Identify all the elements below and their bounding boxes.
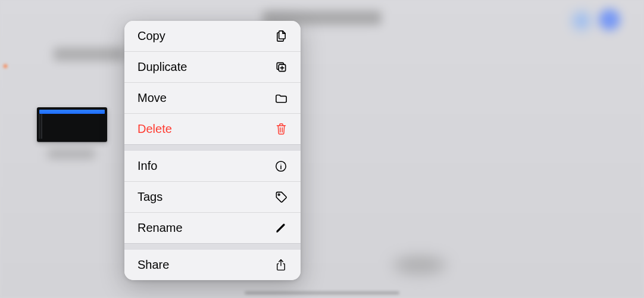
menu-item-label: Duplicate bbox=[137, 60, 187, 74]
file-thumbnail-sidebar-accent bbox=[41, 114, 42, 139]
menu-separator bbox=[124, 243, 301, 250]
copy-icon bbox=[273, 29, 289, 44]
menu-item-move[interactable]: Move bbox=[124, 82, 301, 113]
file-thumbnail-header bbox=[39, 110, 105, 114]
context-menu: Copy Duplicate Move Delete bbox=[124, 21, 301, 280]
menu-item-delete[interactable]: Delete bbox=[124, 113, 301, 144]
pencil-icon bbox=[273, 221, 289, 236]
duplicate-icon bbox=[273, 60, 289, 75]
tag-icon bbox=[273, 190, 289, 205]
menu-item-rename[interactable]: Rename bbox=[124, 212, 301, 243]
menu-item-label: Delete bbox=[137, 122, 172, 136]
share-icon bbox=[273, 257, 289, 273]
bg-toolbar-profile-blur bbox=[599, 9, 620, 30]
file-thumbnail-sidebar bbox=[39, 114, 40, 139]
menu-item-label: Tags bbox=[137, 190, 162, 204]
info-icon bbox=[273, 159, 289, 174]
folder-icon bbox=[273, 91, 289, 106]
bg-misc-blur bbox=[393, 256, 446, 274]
menu-item-label: Share bbox=[137, 258, 169, 272]
bg-file-name-placeholder bbox=[48, 149, 95, 159]
bg-section-heading-placeholder bbox=[54, 48, 125, 61]
menu-separator bbox=[124, 144, 301, 151]
menu-item-label: Copy bbox=[137, 29, 165, 43]
menu-item-copy[interactable]: Copy bbox=[124, 21, 301, 51]
blurred-background bbox=[0, 0, 644, 298]
menu-item-tags[interactable]: Tags bbox=[124, 181, 301, 212]
menu-item-label: Move bbox=[137, 91, 167, 105]
svg-point-2 bbox=[280, 163, 281, 164]
menu-item-label: Rename bbox=[137, 221, 183, 235]
menu-item-share[interactable]: Share bbox=[124, 250, 301, 280]
bg-toolbar-icon-blur bbox=[573, 12, 590, 30]
file-thumbnail[interactable] bbox=[37, 107, 107, 142]
menu-item-info[interactable]: Info bbox=[124, 151, 301, 181]
menu-item-label: Info bbox=[137, 159, 157, 173]
svg-point-3 bbox=[278, 194, 280, 195]
trash-icon bbox=[273, 122, 289, 137]
home-indicator bbox=[245, 291, 399, 294]
bg-recording-indicator bbox=[4, 64, 7, 68]
menu-item-duplicate[interactable]: Duplicate bbox=[124, 51, 301, 82]
